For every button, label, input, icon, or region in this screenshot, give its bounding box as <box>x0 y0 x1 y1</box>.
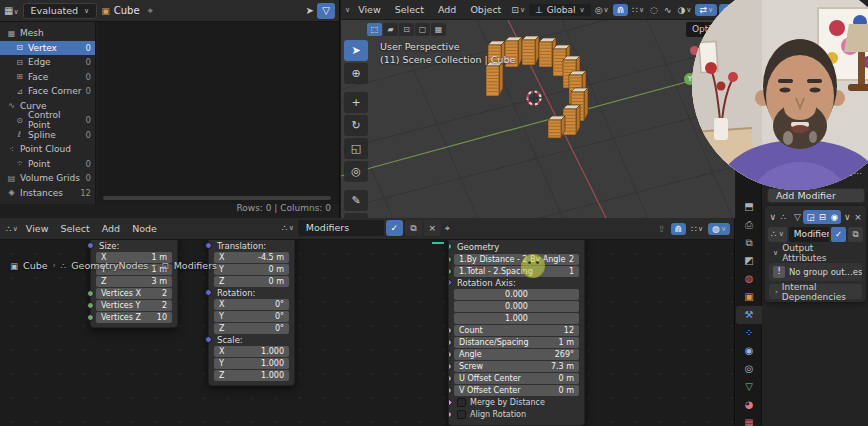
node-input-field[interactable]: Angle269° <box>454 349 579 360</box>
vector-socket[interactable] <box>448 278 453 287</box>
close-icon[interactable]: × <box>853 212 863 222</box>
internal-dependencies-section[interactable]: › Internal Dependencies <box>769 284 862 299</box>
expand-chevron-icon[interactable]: ∨ <box>768 212 778 222</box>
add-modifier-button[interactable]: Add Modifier <box>767 188 865 203</box>
node-row[interactable]: X-4.5 m <box>214 251 289 263</box>
checkbox[interactable] <box>457 398 466 407</box>
shading-sphere-icon[interactable]: ◑∨ <box>676 4 694 16</box>
node-row[interactable]: 0.000 <box>454 288 579 300</box>
vector-socket[interactable] <box>205 242 212 249</box>
value-socket[interactable] <box>448 351 452 358</box>
menu-add[interactable]: Add <box>96 221 126 236</box>
node-row[interactable]: Screw7.3 m <box>454 360 579 372</box>
transform-pivot-icon[interactable]: ⊡∨ <box>509 4 527 16</box>
value-socket[interactable] <box>448 327 452 334</box>
geometry-node-editor[interactable]: ∴∨ View Select Add Node ∴∨ Modifiers ✓ ⧉… <box>0 218 735 426</box>
node-input-field[interactable]: Z0 m <box>214 276 289 287</box>
orientation-dropdown[interactable]: ⊥ Global∨ <box>529 4 591 16</box>
constraints-tab-icon[interactable]: ◎ <box>736 360 762 378</box>
bool-socket[interactable] <box>448 398 453 407</box>
node-row[interactable]: Y0° <box>214 310 289 322</box>
object-tab-icon[interactable]: ▣ <box>736 288 762 306</box>
node-row[interactable]: Merge by Distance <box>454 396 579 408</box>
bool-socket[interactable] <box>448 411 452 418</box>
node-row[interactable]: Vertices Y2 <box>96 299 172 311</box>
list-item[interactable]: ⁖ Point Cloud <box>0 142 95 157</box>
proportional-falloff-icon[interactable]: ◌ <box>648 4 660 16</box>
list-item[interactable]: ⊟ Edge 0 <box>0 55 95 70</box>
output-tab-icon[interactable]: ⎙ <box>736 216 762 234</box>
geometry-socket[interactable] <box>448 243 452 250</box>
node-input-field[interactable]: Count12 <box>454 325 579 336</box>
node-input-field[interactable]: Z1.000 <box>214 370 289 381</box>
node-row[interactable]: U Offset Center0 m <box>454 372 579 384</box>
node-row[interactable]: V Offset Center0 m <box>454 384 579 396</box>
node-input-field[interactable]: 1.By Distance - 2.By Angle2 <box>454 254 579 265</box>
render-tab-icon[interactable]: ⬒ <box>736 198 762 216</box>
node-row[interactable]: Y1.000 <box>214 357 289 369</box>
material-tab-icon[interactable]: ◕ <box>736 396 762 414</box>
funnel-icon[interactable]: ▽ <box>793 212 803 222</box>
int-socket[interactable] <box>87 302 94 309</box>
node-row[interactable]: Z3 m <box>96 275 172 287</box>
physics-tab-icon[interactable]: ◉ <box>736 342 762 360</box>
overlays-icon[interactable]: ◍∨ <box>708 223 730 235</box>
list-item[interactable]: ▤ Volume Grids 0 <box>0 171 95 186</box>
circle-select-icon[interactable]: ⊡ <box>399 23 414 36</box>
node-row[interactable]: Count12 <box>454 324 579 336</box>
cursor-tool-icon[interactable]: ⊕ <box>344 63 368 84</box>
box-select-icon[interactable]: ▰ <box>383 23 398 36</box>
node-row[interactable]: Angle269° <box>454 348 579 360</box>
magnet-snap-icon[interactable]: ⋒ <box>613 4 629 16</box>
snap-target-icon[interactable]: ◎∨ <box>593 4 611 16</box>
node-row[interactable]: Align Rotation <box>454 408 579 420</box>
transform-tool-icon[interactable]: ◎ <box>344 161 368 182</box>
output-attributes-section[interactable]: ∨ Output Attributes <box>767 245 864 260</box>
int-socket[interactable] <box>87 290 94 297</box>
filter-funnel-icon[interactable]: ▽ <box>317 3 335 19</box>
horizontal-scrollbar[interactable] <box>103 196 331 200</box>
tweak-tool-icon[interactable]: ⬚ <box>367 23 382 36</box>
realtime-display-icon[interactable]: ⊟ <box>817 212 827 222</box>
node-input-field[interactable]: X-4.5 m <box>214 252 289 263</box>
vector-socket[interactable] <box>205 289 212 296</box>
list-item[interactable]: ⊞ Face 0 <box>0 70 95 85</box>
gizmos-icon[interactable]: ⇄∨ <box>695 4 717 16</box>
vector-socket[interactable] <box>205 336 212 343</box>
node-input-field[interactable]: Y1.000 <box>214 358 289 369</box>
list-item[interactable]: ▦ Mesh <box>0 26 95 41</box>
node-row[interactable]: 1.000 <box>454 312 579 324</box>
cube-node[interactable]: Size:X1 mY1 mZ3 mVertices X2Vertices Y2V… <box>90 236 178 328</box>
data-tab-icon[interactable]: ▽ <box>736 378 762 396</box>
scene-tab-icon[interactable]: ◩ <box>736 252 762 270</box>
editor-type-icon[interactable]: ∴∨ <box>4 223 20 235</box>
node-row[interactable]: Distance/Spacing1 m <box>454 336 579 348</box>
world-tab-icon[interactable]: ◍ <box>736 270 762 288</box>
editor-type-icon[interactable]: ▦∨ <box>4 5 19 16</box>
extras-chevron-icon[interactable]: ∨ <box>842 212 852 222</box>
list-item[interactable]: ⁘ Point 0 <box>0 157 95 172</box>
node-row[interactable]: 1.Total - 2.Spacing1 <box>454 265 579 277</box>
node-input-field[interactable]: V Offset Center0 m <box>454 385 579 396</box>
node-input-field[interactable]: U Offset Center0 m <box>454 373 579 384</box>
menu-select[interactable]: Select <box>54 221 95 236</box>
node-input-field[interactable]: 0.000 <box>454 289 579 300</box>
checkbox[interactable] <box>457 410 466 419</box>
node-row[interactable]: Y0 m <box>214 263 289 275</box>
list-item[interactable]: ⊿ Face Corner 0 <box>0 84 95 99</box>
copy-icon[interactable]: ⧉ <box>405 220 422 236</box>
rotate-tool-icon[interactable]: ↻ <box>344 115 368 136</box>
menu-add[interactable]: Add <box>432 2 462 17</box>
browse-nodetree-icon[interactable]: ∴∨ <box>768 227 787 242</box>
node-input-field[interactable]: 1.Total - 2.Spacing1 <box>454 266 579 277</box>
nodetree-icon[interactable]: ∴∨ <box>280 222 296 234</box>
int-socket[interactable] <box>448 268 452 275</box>
node-input-field[interactable]: Distance/Spacing1 m <box>454 337 579 348</box>
int-socket[interactable] <box>448 256 452 263</box>
viewport-3d[interactable]: ∨ View Select Add Object ⊡∨ ⊥ Global∨ ◎∨… <box>341 0 735 218</box>
int-socket[interactable] <box>87 314 94 321</box>
node-input-field[interactable]: Vertices Y2 <box>96 300 172 311</box>
move-tool-icon[interactable]: + <box>344 92 368 113</box>
node-input-field[interactable]: 1.000 <box>454 313 579 324</box>
node-input-field[interactable]: Z0° <box>214 323 289 334</box>
